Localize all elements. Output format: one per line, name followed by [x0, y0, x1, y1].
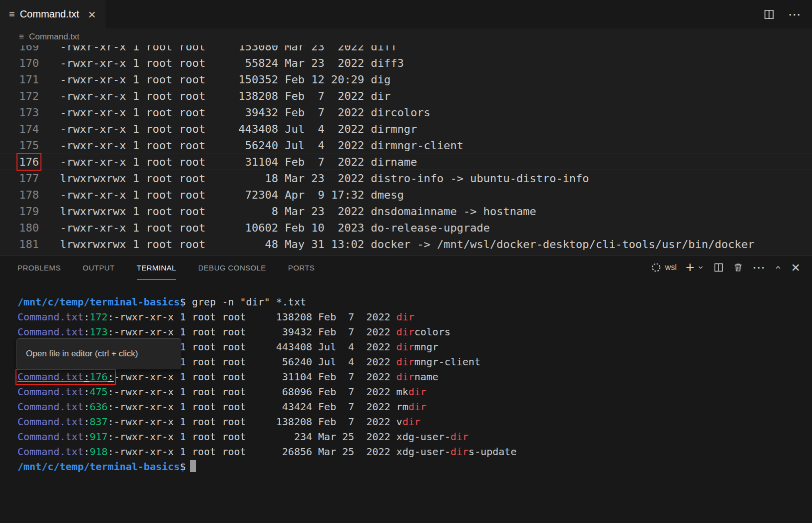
line-number: 172 — [0, 88, 39, 104]
terminal[interactable]: /mnt/c/temp/terminal-basics$ grep -n "di… — [0, 279, 812, 474]
panel-tabs: PROBLEMS OUTPUT TERMINAL DEBUG CONSOLE P… — [17, 256, 315, 279]
grep-line-body: -rwxr-xr-x 1 root root 31104 Feb 7 2022 — [114, 371, 397, 383]
grep-line-number: 636 — [90, 401, 108, 413]
editor-line-row[interactable]: 179lrwxrwxrwx 1 root root 8 Mar 23 2022 … — [0, 203, 812, 220]
grep-match: dir — [397, 356, 414, 368]
grep-file-name: Command.txt — [17, 416, 83, 428]
split-editor-icon[interactable] — [763, 8, 775, 20]
grep-file-link[interactable]: Command.txt:918: — [17, 446, 114, 458]
grep-match: dir — [397, 341, 414, 353]
panel-tab-label: PROBLEMS — [17, 263, 61, 272]
grep-file-link[interactable]: Command.txt:475: — [17, 386, 114, 398]
split-terminal-icon[interactable] — [713, 262, 724, 273]
grep-line-body: -rwxr-xr-x 1 root root 68096 Feb 7 2022 — [114, 386, 397, 398]
editor-actions: ⋯ — [763, 0, 801, 28]
editor[interactable]: 169-rwxr-xr-x 1 root root 153080 Mar 23 … — [0, 45, 812, 255]
grep-file-link[interactable]: Command.txt:917: — [17, 431, 114, 443]
editor-line-row[interactable]: 172-rwxr-xr-x 1 root root 138208 Feb 7 2… — [0, 88, 812, 104]
grep-match: dir — [397, 326, 414, 338]
editor-line-row[interactable]: 177lrwxrwxrwx 1 root root 18 Mar 23 2022… — [0, 170, 812, 187]
editor-more-actions-icon[interactable]: ⋯ — [788, 8, 801, 21]
grep-file-link[interactable]: Command.txt:173: — [17, 326, 114, 338]
line-number: 178 — [0, 187, 39, 203]
grep-match: dir — [450, 431, 468, 443]
tab-close-icon[interactable]: × — [88, 8, 96, 21]
grep-line-body: -rwxr-xr-x 1 root root 26856 Mar 25 2022 — [114, 446, 397, 458]
grep-result-row: Command.txt:636:-rwxr-xr-x 1 root root 4… — [17, 399, 812, 414]
panel-tab-terminal[interactable]: TERMINAL — [137, 256, 176, 279]
editor-tab-bar: ≡ Command.txt × ⋯ — [0, 0, 812, 28]
line-number: 176 — [0, 154, 39, 170]
editor-line-text: -rwxr-xr-x 1 root root 150352 Feb 12 20:… — [39, 71, 391, 88]
grep-file-name: Command.txt — [17, 446, 83, 458]
close-panel-icon[interactable]: × — [791, 260, 800, 275]
grep-line-body: -rwxr-xr-x 1 root root 234 Mar 25 2022 — [114, 431, 397, 443]
maximize-panel-chevron-up-icon[interactable] — [774, 263, 782, 271]
panel-header: PROBLEMS OUTPUT TERMINAL DEBUG CONSOLE P… — [0, 256, 812, 279]
editor-line-row[interactable]: 169-rwxr-xr-x 1 root root 153080 Mar 23 … — [0, 45, 812, 55]
text-file-icon: ≡ — [9, 8, 15, 20]
grep-result-row: Command.txt:176:-rwxr-xr-x 1 root root 3… — [17, 369, 812, 384]
editor-line-row[interactable]: 178-rwxr-xr-x 1 root root 72304 Apr 9 17… — [0, 187, 812, 203]
terminal-more-actions-icon[interactable]: ⋯ — [752, 261, 765, 274]
panel-tab-debug-console[interactable]: DEBUG CONSOLE — [198, 256, 266, 279]
panel-tab-label: OUTPUT — [83, 263, 115, 272]
grep-file-name: Command.txt — [17, 326, 83, 338]
grep-match: dir — [450, 446, 468, 458]
grep-result-row: Command.txt:918:-rwxr-xr-x 1 root root 2… — [17, 444, 812, 459]
terminal-cursor — [190, 460, 196, 472]
prompt-dollar: $ — [180, 296, 186, 308]
terminal-profile-dropdown-icon[interactable] — [697, 264, 704, 271]
editor-line-row[interactable]: 175-rwxr-xr-x 1 root root 56240 Jul 4 20… — [0, 137, 812, 154]
editor-line-text: lrwxrwxrwx 1 root root 18 Mar 23 2022 di… — [39, 170, 589, 187]
editor-line-row[interactable]: 173-rwxr-xr-x 1 root root 39432 Feb 7 20… — [0, 104, 812, 121]
grep-match: dir — [397, 311, 414, 323]
line-number: 179 — [0, 203, 39, 220]
editor-line-row[interactable]: 171-rwxr-xr-x 1 root root 150352 Feb 12 … — [0, 71, 812, 88]
editor-line-row[interactable]: 181lrwxrwxrwx 1 root root 48 May 31 13:0… — [0, 236, 812, 253]
grep-file-link[interactable]: Command.txt:172: — [17, 311, 114, 323]
link-tooltip: Open file in editor (ctrl + click) — [16, 338, 181, 369]
editor-line-row[interactable]: 174-rwxr-xr-x 1 root root 443408 Jul 4 2… — [0, 121, 812, 137]
editor-line-row[interactable]: 170-rwxr-xr-x 1 root root 55824 Mar 23 2… — [0, 55, 812, 71]
terminal-profile-spinner-icon — [651, 262, 661, 272]
line-number: 171 — [0, 71, 39, 88]
breadcrumb[interactable]: ≡ Command.txt — [0, 28, 812, 45]
grep-file-name: Command.txt — [17, 401, 83, 413]
grep-file-name: Command.txt — [17, 386, 83, 398]
grep-file-link[interactable]: Command.txt:636: — [17, 401, 114, 413]
grep-line-number: 918 — [90, 446, 108, 458]
grep-result-row: Command.txt:475:-rwxr-xr-x 1 root root 6… — [17, 384, 812, 399]
panel-tab-problems[interactable]: PROBLEMS — [17, 256, 61, 279]
editor-line-text: -rwxr-xr-x 1 root root 56240 Jul 4 2022 … — [39, 137, 463, 154]
grep-file-name: Command.txt — [17, 311, 83, 323]
grep-file-name: Command.txt — [17, 431, 83, 443]
line-number: 177 — [0, 170, 39, 187]
panel-tab-ports[interactable]: PORTS — [288, 256, 315, 279]
breadcrumb-item-file[interactable]: Command.txt — [29, 32, 79, 42]
clipped-line: 169-rwxr-xr-x 1 root root 153080 Mar 23 … — [0, 45, 812, 55]
editor-tab-command-txt[interactable]: ≡ Command.txt × — [0, 0, 105, 28]
editor-line-row[interactable]: 176-rwxr-xr-x 1 root root 31104 Feb 7 20… — [0, 154, 812, 170]
line-number: 180 — [0, 220, 39, 236]
grep-result-row: Command.txt:173:-rwxr-xr-x 1 root root 3… — [17, 324, 812, 339]
terminal-prompt: /mnt/c/temp/terminal-basics — [17, 461, 180, 473]
text-file-icon: ≡ — [19, 32, 24, 42]
terminal-prompt-row: /mnt/c/temp/terminal-basics$ grep -n "di… — [17, 294, 812, 309]
bottom-panel: PROBLEMS OUTPUT TERMINAL DEBUG CONSOLE P… — [0, 255, 812, 523]
editor-line-row[interactable]: 180-rwxr-xr-x 1 root root 10602 Feb 10 2… — [0, 220, 812, 236]
panel-tab-output[interactable]: OUTPUT — [83, 256, 115, 279]
editor-line-text: -rwxr-xr-x 1 root root 443408 Jul 4 2022… — [39, 121, 417, 137]
grep-file-link[interactable]: Command.txt:837: — [17, 416, 114, 428]
grep-file-link[interactable]: Command.txt:176: — [17, 371, 114, 383]
new-terminal-icon[interactable]: + — [686, 260, 695, 275]
grep-file-name: Command.txt — [17, 371, 83, 383]
kill-terminal-trash-icon[interactable] — [733, 262, 743, 272]
grep-line-body: -rwxr-xr-x 1 root root 39432 Feb 7 2022 — [114, 326, 397, 338]
editor-line-text: lrwxrwxrwx 1 root root 48 May 31 13:02 d… — [39, 236, 755, 253]
grep-result-row: Command.txt:917:-rwxr-xr-x 1 root root 2… — [17, 429, 812, 444]
editor-line-text: -rwxr-xr-x 1 root root 72304 Apr 9 17:32… — [39, 187, 404, 203]
terminal-profile[interactable]: wsl — [651, 262, 677, 272]
terminal-profile-label: wsl — [665, 263, 677, 272]
terminal-prompt-row[interactable]: /mnt/c/temp/terminal-basics$ — [17, 459, 812, 474]
